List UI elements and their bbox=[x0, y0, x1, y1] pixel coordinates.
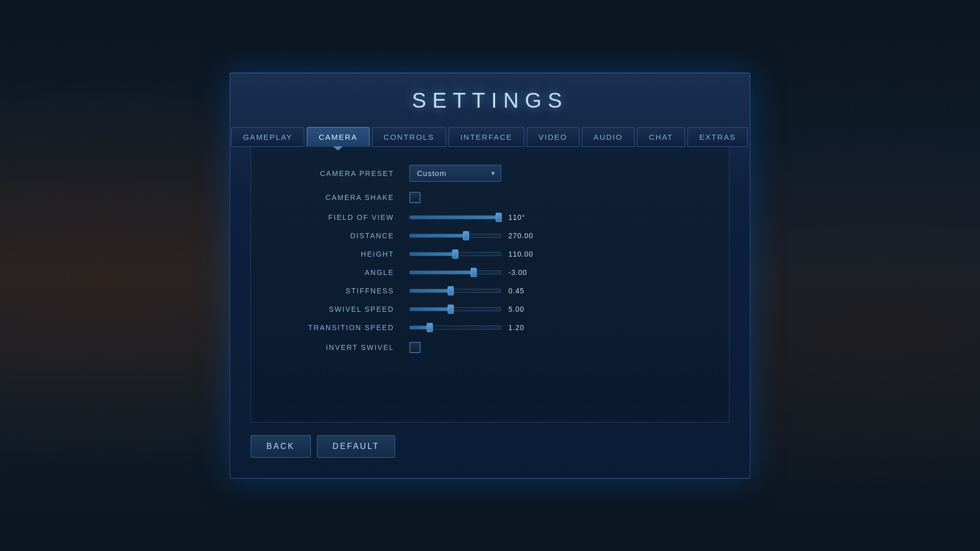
transition-speed-slider-thumb bbox=[427, 323, 433, 332]
camera-shake-control bbox=[409, 192, 698, 203]
tab-extras[interactable]: EXTRAS bbox=[688, 127, 748, 147]
tab-camera[interactable]: CAMERA bbox=[307, 127, 369, 147]
invert-swivel-row: INVERT SWIVEL bbox=[282, 342, 698, 353]
tab-chat[interactable]: CHAT bbox=[637, 127, 685, 147]
stiffness-slider-fill bbox=[410, 289, 451, 292]
distance-slider-track[interactable] bbox=[409, 234, 501, 238]
distance-slider-thumb bbox=[463, 231, 469, 240]
tab-gameplay[interactable]: GAMEPLAY bbox=[231, 127, 304, 147]
angle-label: ANGLE bbox=[282, 268, 394, 277]
back-button[interactable]: BACK bbox=[251, 435, 311, 458]
angle-slider-fill bbox=[410, 271, 474, 274]
stiffness-slider-track[interactable] bbox=[409, 289, 501, 293]
stiffness-row: STIFFNESS 0.45 bbox=[282, 287, 698, 295]
height-row: HEIGHT 110.00 bbox=[282, 250, 698, 258]
fov-slider-thumb bbox=[496, 213, 502, 222]
height-label: HEIGHT bbox=[282, 250, 394, 258]
bottom-buttons: BACK DEFAULT bbox=[251, 435, 729, 458]
distance-label: DISTANCE bbox=[282, 232, 394, 240]
transition-speed-slider-track[interactable] bbox=[409, 325, 501, 330]
transition-speed-control: 1.20 bbox=[409, 323, 698, 332]
tab-controls[interactable]: CONTROLS bbox=[372, 127, 446, 147]
preset-dropdown[interactable]: Custom Default Ball Cam Driver Cam bbox=[409, 165, 501, 182]
swivel-speed-value: 5.00 bbox=[508, 305, 536, 313]
fov-row: FIELD OF VIEW 110° bbox=[282, 213, 698, 221]
tab-video[interactable]: VIDEO bbox=[527, 127, 579, 147]
camera-shake-row: CAMERA SHAKE bbox=[282, 192, 698, 203]
tab-audio[interactable]: AUDIO bbox=[582, 127, 635, 147]
settings-title: SETTINGS bbox=[251, 88, 729, 113]
distance-slider-fill bbox=[410, 234, 466, 237]
distance-value: 270.00 bbox=[508, 232, 536, 240]
preset-dropdown-wrapper[interactable]: Custom Default Ball Cam Driver Cam ▼ bbox=[409, 165, 501, 182]
angle-row: ANGLE -3.00 bbox=[282, 268, 698, 277]
height-control: 110.00 bbox=[409, 250, 698, 258]
settings-content: CAMERA PRESET Custom Default Ball Cam Dr… bbox=[251, 147, 729, 422]
angle-slider-thumb bbox=[471, 268, 477, 277]
angle-control: -3.00 bbox=[409, 268, 698, 277]
distance-control: 270.00 bbox=[409, 232, 698, 240]
angle-slider-track[interactable] bbox=[409, 270, 501, 274]
distance-row: DISTANCE 270.00 bbox=[282, 232, 698, 240]
invert-swivel-label: INVERT SWIVEL bbox=[282, 343, 394, 352]
swivel-speed-slider-thumb bbox=[448, 305, 454, 314]
height-slider-thumb bbox=[452, 249, 458, 259]
fov-control: 110° bbox=[409, 213, 698, 221]
height-slider-fill bbox=[410, 253, 455, 256]
camera-preset-row: CAMERA PRESET Custom Default Ball Cam Dr… bbox=[282, 165, 698, 182]
swivel-speed-control: 5.00 bbox=[409, 305, 698, 313]
fov-slider-fill bbox=[410, 216, 499, 219]
swivel-speed-slider-fill bbox=[410, 308, 451, 311]
height-value: 110.00 bbox=[508, 250, 536, 258]
fov-slider-track[interactable] bbox=[409, 215, 501, 219]
tab-bar: GAMEPLAY CAMERA CONTROLS INTERFACE VIDEO… bbox=[251, 127, 729, 147]
camera-shake-checkbox[interactable] bbox=[409, 192, 421, 203]
stiffness-slider-thumb bbox=[448, 286, 454, 295]
fov-label: FIELD OF VIEW bbox=[282, 213, 394, 221]
stiffness-label: STIFFNESS bbox=[282, 287, 394, 295]
swivel-speed-label: SWIVEL SPEED bbox=[282, 305, 394, 313]
invert-swivel-control bbox=[409, 342, 698, 353]
transition-speed-label: TRANSITION SPEED bbox=[282, 323, 394, 332]
default-button[interactable]: DEFAULT bbox=[317, 435, 396, 458]
swivel-speed-slider-track[interactable] bbox=[409, 307, 501, 311]
height-slider-track[interactable] bbox=[409, 252, 501, 256]
invert-swivel-checkbox[interactable] bbox=[409, 342, 421, 353]
stiffness-control: 0.45 bbox=[409, 287, 698, 295]
stiffness-value: 0.45 bbox=[508, 287, 536, 295]
angle-value: -3.00 bbox=[508, 268, 536, 277]
camera-preset-label: CAMERA PRESET bbox=[282, 169, 394, 178]
camera-preset-control: Custom Default Ball Cam Driver Cam ▼ bbox=[409, 165, 698, 182]
camera-shake-label: CAMERA SHAKE bbox=[282, 193, 394, 202]
transition-speed-value: 1.20 bbox=[508, 323, 536, 332]
fov-value: 110° bbox=[508, 213, 536, 221]
tab-interface[interactable]: INTERFACE bbox=[449, 127, 524, 147]
transition-speed-row: TRANSITION SPEED 1.20 bbox=[282, 323, 698, 332]
settings-window: SETTINGS GAMEPLAY CAMERA CONTROLS INTERF… bbox=[230, 72, 750, 479]
swivel-speed-row: SWIVEL SPEED 5.00 bbox=[282, 305, 698, 313]
